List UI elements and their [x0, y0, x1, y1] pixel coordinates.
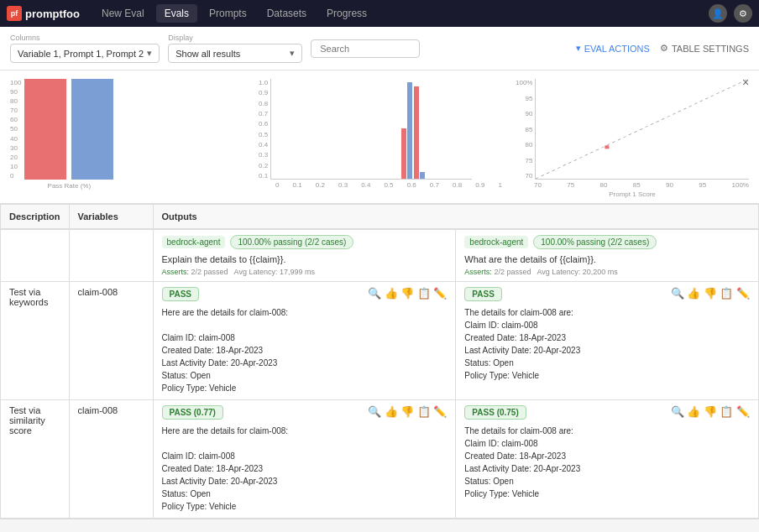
scatter-x-label: Prompt 1 Score: [516, 190, 749, 198]
nav-right: 👤 ⚙: [709, 4, 752, 23]
output-col-2-header: bedrock-agent 100.00% passing (2/2 cases…: [464, 235, 750, 249]
asserts-info-2: Asserts: 2/2 passed Avg Latency: 20,200 …: [464, 268, 750, 276]
dist-x-labels: 0 0.1 0.2 0.3 0.4 0.5 0.6 0.7 0.8 0.9 1: [259, 181, 502, 189]
col-header-description: Description: [1, 205, 69, 229]
columns-label: Columns: [10, 34, 160, 42]
dist-bar-blue-1: [407, 82, 412, 179]
table-settings-button[interactable]: ⚙ TABLE SETTINGS: [660, 43, 749, 54]
nav-evals[interactable]: Evals: [156, 4, 197, 23]
bar-prompt1: [24, 79, 66, 180]
search-input[interactable]: [311, 39, 420, 58]
pass-rate-badge-2: 100.00% passing (2/2 cases): [533, 235, 657, 249]
pass-score-badge-r2c2: PASS (0.75): [464, 405, 526, 420]
toolbar: Columns Variable 1, Prompt 1, Prompt 2 ▾…: [0, 27, 759, 70]
row-1-output-2: PASS 🔍 👍 👎 📋 ✏️ The details for claim-00…: [456, 282, 758, 400]
table-row: Test via keywords claim-008 PASS 🔍 👍 👎 📋…: [1, 282, 758, 400]
app-logo: pf promptfoo: [7, 6, 80, 21]
scatter-svg: [536, 79, 749, 179]
row-2-output-1-content: PASS (0.77) 🔍 👍 👎 📋 ✏️ Here are the deta…: [162, 405, 448, 513]
output-text-r1c2: The details for claim-008 are: Claim ID:…: [464, 306, 750, 382]
output-text-r2c1: Here are the details for claim-008: Clai…: [162, 425, 448, 513]
row-1-output-1-content: PASS 🔍 👍 👎 📋 ✏️ Here are the details for…: [162, 287, 448, 394]
output-icons-r1c1: 🔍 👍 👎 📋 ✏️: [368, 287, 447, 300]
app-name: promptfoo: [25, 8, 80, 20]
bar-prompt2: [71, 79, 113, 180]
nav-new-eval[interactable]: New Eval: [93, 4, 153, 23]
columns-select[interactable]: Variable 1, Prompt 1, Prompt 2 ▾: [10, 44, 160, 63]
svg-rect-1: [605, 145, 610, 149]
dist-chart-area: [270, 79, 472, 180]
logo-icon: pf: [7, 6, 22, 21]
columns-group: Columns Variable 1, Prompt 1, Prompt 2 ▾: [10, 34, 160, 63]
output-text-r1c1: Here are the details for claim-008: Clai…: [162, 306, 448, 394]
columns-chevron: ▾: [147, 48, 152, 59]
table-settings-label: TABLE SETTINGS: [672, 44, 749, 54]
display-label: Display: [168, 34, 302, 42]
table-header-row: Description Variables Outputs: [1, 205, 758, 229]
eval-actions-chevron: ▾: [576, 43, 581, 54]
asserts-passed-1: Asserts:: [162, 268, 191, 276]
output-col-var-spacer: [69, 229, 153, 282]
bar-chart: 10090807060 50403020100 Pass Rate (%): [10, 79, 245, 198]
output-icons-r2c2: 🔍 👍 👎 📋 ✏️: [671, 405, 750, 418]
output-icons-r1c2: 🔍 👍 👎 📋 ✏️: [671, 287, 750, 300]
agent-badge-2: bedrock-agent: [464, 236, 528, 248]
columns-value: Variable 1, Prompt 1, Prompt 2: [18, 49, 144, 59]
svg-line-0: [536, 79, 749, 179]
prompt-text-2: What are the details of {{claim}}.: [464, 254, 750, 264]
row-1-output-2-content: PASS 🔍 👍 👎 📋 ✏️ The details for claim-00…: [464, 287, 750, 382]
asserts-info-1: Asserts: 2/2 passed Avg Latency: 17,999 …: [162, 268, 448, 276]
results-table: Description Variables Outputs bedrock-ag…: [0, 204, 759, 519]
scatter-x-labels: 70 75 80 85 90 95 100%: [516, 181, 749, 189]
dist-bar-blue-2: [420, 172, 425, 179]
dist-bar-red-1: [401, 128, 406, 179]
toolbar-right: ▾ EVAL ACTIONS ⚙ TABLE SETTINGS: [576, 43, 749, 54]
scatter-area: [535, 79, 749, 180]
row-2-description: Test via similarity score: [1, 400, 69, 519]
pass-rate-badge-1: 100.00% passing (2/2 cases): [230, 235, 353, 249]
col-header-variables: Variables: [69, 205, 153, 229]
scatter-chart: 100% 95 90 85 80 75 70 70 75 80 85: [516, 79, 749, 198]
row-1-variable: claim-008: [69, 282, 153, 400]
scatter-y-labels: 100% 95 90 85 80 75 70: [516, 79, 532, 180]
eval-actions-label: EVAL ACTIONS: [584, 44, 650, 54]
output-icons-r2c1: 🔍 👍 👎 📋 ✏️: [368, 405, 447, 418]
output-col-1: bedrock-agent 100.00% passing (2/2 cases…: [153, 229, 456, 282]
table-row: Test via similarity score claim-008 PASS…: [1, 400, 758, 519]
row-2-output-2: PASS (0.75) 🔍 👍 👎 📋 ✏️ The details for c…: [456, 400, 758, 519]
output-columns-row: bedrock-agent 100.00% passing (2/2 cases…: [1, 229, 758, 282]
row-1-output-1: PASS 🔍 👍 👎 📋 ✏️ Here are the details for…: [153, 282, 456, 400]
bar-chart-x-label: Pass Rate (%): [24, 182, 113, 190]
charts-area: × 10090807060 50403020100 Pass Rate (%) …: [0, 70, 759, 204]
bar-chart-y-axis: 10090807060 50403020100: [10, 79, 21, 180]
nav-prompts[interactable]: Prompts: [201, 4, 255, 23]
user-avatar[interactable]: 👤: [709, 4, 727, 23]
bar-chart-bars: [24, 79, 113, 180]
nav-progress[interactable]: Progress: [318, 4, 375, 23]
row-2-variable: claim-008: [69, 400, 153, 519]
distribution-chart: 1.0 0.9 0.8 0.7 0.6 0.5 0.4 0.3 0.2 0.1: [259, 79, 502, 198]
row-2-output-1: PASS (0.77) 🔍 👍 👎 📋 ✏️ Here are the deta…: [153, 400, 456, 519]
display-chevron: ▾: [290, 48, 295, 59]
agent-badge-1: bedrock-agent: [162, 236, 226, 248]
table-settings-gear-icon: ⚙: [660, 43, 668, 54]
row-1-description: Test via keywords: [1, 282, 69, 400]
output-col-1-header: bedrock-agent 100.00% passing (2/2 cases…: [162, 235, 448, 249]
col-header-outputs: Outputs: [153, 205, 758, 229]
output-col-desc-spacer: [1, 229, 69, 282]
dist-bar-red-2: [414, 86, 419, 179]
pass-badge-r1c1: PASS: [162, 287, 200, 301]
prompt-text-1: Explain the details to {{claim}}.: [162, 254, 448, 264]
nav-datasets[interactable]: Datasets: [259, 4, 315, 23]
output-text-r2c2: The details for claim-008 are: Claim ID:…: [464, 425, 750, 500]
display-value: Show all results: [175, 49, 240, 59]
top-navigation: pf promptfoo New Eval Evals Prompts Data…: [0, 0, 759, 27]
row-2-output-2-content: PASS (0.75) 🔍 👍 👎 📋 ✏️ The details for c…: [464, 405, 750, 500]
display-select[interactable]: Show all results ▾: [168, 44, 302, 63]
asserts-value-1: 2/2 passed: [191, 268, 228, 276]
pass-badge-r1c2: PASS: [464, 287, 502, 301]
display-group: Display Show all results ▾: [168, 34, 302, 63]
eval-actions-button[interactable]: ▾ EVAL ACTIONS: [576, 43, 650, 54]
pass-score-badge-r2c1: PASS (0.77): [162, 405, 223, 420]
settings-icon[interactable]: ⚙: [734, 4, 752, 23]
